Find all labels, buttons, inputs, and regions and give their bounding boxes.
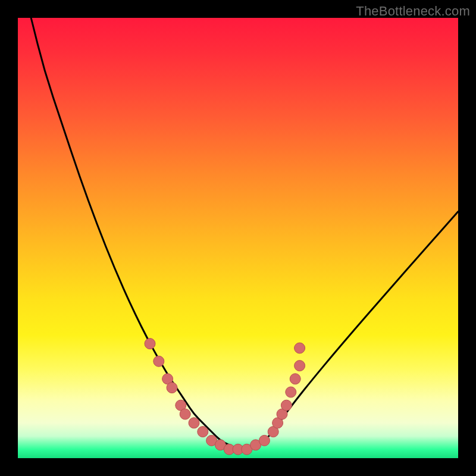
chart-frame: TheBottleneck.com (0, 0, 476, 476)
watermark-label: TheBottleneck.com (356, 4, 470, 19)
chart-svg (18, 18, 458, 458)
bottleneck-curve (31, 18, 458, 449)
curve-dot (180, 409, 190, 419)
curve-markers (145, 339, 305, 455)
curve-dot (145, 339, 155, 349)
curve-dot (167, 383, 177, 393)
curve-dot (286, 387, 296, 397)
curve-dot (295, 361, 305, 371)
curve-dot (281, 400, 292, 411)
curve-dot (198, 427, 208, 437)
curve-dot (290, 374, 300, 384)
curve-dot (189, 418, 199, 428)
curve-dot (154, 356, 164, 367)
curve-dot (295, 343, 305, 353)
curve-dot (259, 435, 270, 446)
